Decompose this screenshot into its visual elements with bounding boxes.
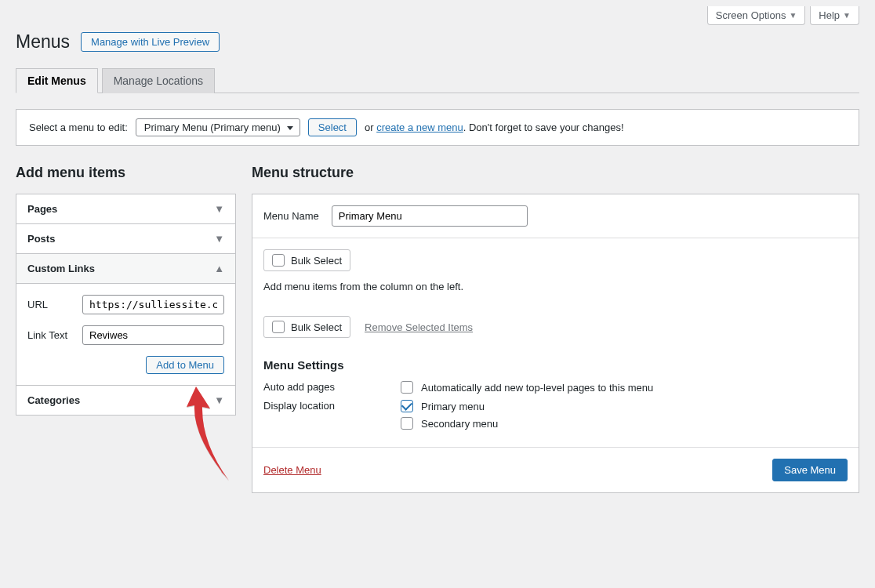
caret-down-icon: ▼ xyxy=(843,11,851,20)
tab-manage-locations[interactable]: Manage Locations xyxy=(102,68,215,93)
bulk-select-bottom[interactable]: Bulk Select xyxy=(263,316,350,338)
screen-options-tab[interactable]: Screen Options▼ xyxy=(707,6,806,25)
screen-options-label: Screen Options xyxy=(716,9,786,21)
accordion-posts-head[interactable]: Posts▼ xyxy=(16,224,235,253)
page-title: Menus xyxy=(16,31,70,53)
auto-add-option: Automatically add new top-level pages to… xyxy=(421,382,653,394)
url-label: URL xyxy=(27,299,82,310)
remove-selected-link: Remove Selected Items xyxy=(365,321,473,333)
accordion-pages-label: Pages xyxy=(27,203,57,215)
add-to-menu-button[interactable]: Add to Menu xyxy=(146,356,224,374)
add-menu-items-heading: Add menu items xyxy=(16,165,236,181)
menu-select-dropdown[interactable]: Primary Menu (Primary menu) xyxy=(136,118,300,136)
help-tab[interactable]: Help▼ xyxy=(810,6,859,25)
bulk-select-checkbox[interactable] xyxy=(272,254,285,267)
auto-add-label: Auto add pages xyxy=(263,381,401,393)
caret-up-icon: ▲ xyxy=(214,263,224,274)
menu-structure-heading: Menu structure xyxy=(252,165,859,181)
caret-down-icon: ▼ xyxy=(214,233,224,245)
bulk-select-top[interactable]: Bulk Select xyxy=(263,249,350,271)
accordion-custom-links-head[interactable]: Custom Links▲ xyxy=(16,254,235,283)
link-text-label: Link Text xyxy=(27,329,82,341)
menu-settings-heading: Menu Settings xyxy=(263,358,848,372)
accordion-pages-head[interactable]: Pages▼ xyxy=(16,194,235,223)
create-new-menu-link[interactable]: create a new menu xyxy=(376,122,463,133)
save-menu-button[interactable]: Save Menu xyxy=(772,459,848,481)
accordion-categories-label: Categories xyxy=(27,394,80,406)
manage-live-preview-button[interactable]: Manage with Live Preview xyxy=(81,32,220,52)
caret-down-icon: ▼ xyxy=(789,11,797,20)
accordion-posts-label: Posts xyxy=(27,233,55,245)
help-label: Help xyxy=(819,9,840,21)
auto-add-checkbox[interactable] xyxy=(401,381,413,394)
secondary-menu-option: Secondary menu xyxy=(421,418,498,430)
primary-menu-option: Primary menu xyxy=(421,401,485,412)
bulk-select-label: Bulk Select xyxy=(291,255,342,267)
menu-name-input[interactable] xyxy=(332,205,528,227)
caret-down-icon: ▼ xyxy=(214,394,224,406)
secondary-menu-checkbox[interactable] xyxy=(401,417,413,430)
tab-edit-menus[interactable]: Edit Menus xyxy=(16,68,98,93)
primary-menu-checkbox[interactable] xyxy=(401,400,413,412)
menu-name-label: Menu Name xyxy=(263,210,319,222)
link-text-input[interactable] xyxy=(82,325,224,345)
select-menu-label: Select a menu to edit: xyxy=(29,122,128,133)
menu-structure-desc: Add menu items from the column on the le… xyxy=(263,281,848,292)
caret-down-icon: ▼ xyxy=(214,203,224,215)
menu-select-value: Primary Menu (Primary menu) xyxy=(144,122,281,133)
bulk-select-label-2: Bulk Select xyxy=(291,321,342,333)
delete-menu-link[interactable]: Delete Menu xyxy=(263,464,321,476)
select-button[interactable]: Select xyxy=(308,118,357,136)
display-location-label: Display location xyxy=(263,400,401,412)
accordion-categories-head[interactable]: Categories▼ xyxy=(16,386,235,415)
url-input[interactable] xyxy=(82,295,224,314)
or-text: or create a new menu. Don't forget to sa… xyxy=(365,122,624,133)
accordion-custom-links-label: Custom Links xyxy=(27,263,95,274)
bulk-select-checkbox-2[interactable] xyxy=(272,321,285,333)
